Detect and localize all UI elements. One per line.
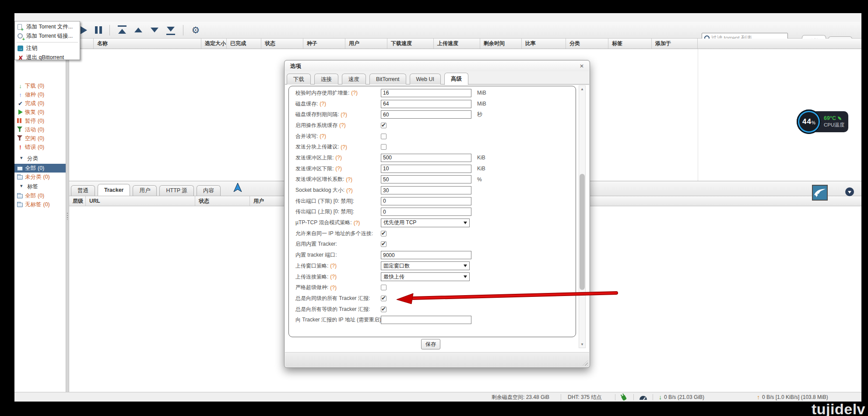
setting-checkbox[interactable] (381, 307, 387, 312)
setting-select[interactable]: 优先使用 TCP (381, 219, 470, 227)
torrent-column-header[interactable]: 选定大小 (201, 39, 227, 49)
tracker-column-header[interactable]: 层级 (69, 196, 86, 206)
sidebar-filter-item[interactable]: 做种 (0) (14, 90, 66, 99)
swallow-icon[interactable] (812, 185, 828, 201)
torrent-column-header[interactable]: 名称 (94, 39, 201, 49)
setting-input[interactable]: 60 (381, 110, 471, 119)
options-dialog-tab[interactable]: 下载 (287, 74, 311, 85)
setting-select[interactable]: 固定窗口数 (381, 261, 470, 270)
setting-help-link[interactable]: (?) (341, 112, 347, 118)
tracker-column-header[interactable]: URL (86, 196, 195, 206)
torrent-column-header[interactable]: 种子 (303, 39, 345, 49)
sidebar-filter-item[interactable]: 暂停 (0) (14, 116, 66, 125)
sidebar-filter-item[interactable]: 全部 (0) (14, 164, 66, 173)
file-menu-item[interactable]: 退出 qBittorrent (15, 53, 80, 62)
toolbar-button[interactable] (109, 25, 110, 35)
setting-help-link[interactable]: (?) (341, 144, 347, 150)
setting-help-link[interactable]: (?) (320, 101, 326, 107)
options-dialog-tab[interactable]: 连接 (314, 74, 338, 85)
setting-help-link[interactable]: (?) (351, 90, 358, 96)
options-dialog-tab[interactable]: 速度 (342, 74, 366, 85)
bottom-panel-tab[interactable]: 用户 (133, 185, 157, 196)
close-icon[interactable]: ✕ (580, 63, 584, 69)
toolbar-button[interactable] (166, 25, 176, 35)
save-button[interactable]: 保存 (421, 339, 440, 349)
bottom-panel-tab[interactable]: Tracker (98, 184, 130, 196)
setting-checkbox[interactable] (381, 123, 387, 128)
torrent-column-header[interactable]: 上传速度 (434, 39, 480, 49)
menubar-item[interactable] (36, 17, 44, 18)
speed-limits-gauge-icon[interactable] (640, 392, 647, 402)
menubar-item[interactable] (27, 17, 35, 18)
setting-input[interactable]: 9000 (381, 251, 471, 259)
setting-checkbox[interactable] (381, 134, 387, 139)
toolbar-button[interactable] (134, 25, 143, 35)
sidebar-filter-item[interactable]: 下载 (0) (14, 81, 66, 90)
setting-help-link[interactable]: (?) (335, 166, 342, 172)
options-dialog-tab[interactable]: Web UI (410, 74, 441, 85)
setting-input[interactable]: 16 (381, 89, 471, 97)
torrent-column-header[interactable]: 已完成 (227, 39, 261, 49)
sidebar-filter-item[interactable]: 活动 (0) (14, 125, 66, 134)
sidebar-filter-item[interactable]: 错误 (0) (14, 143, 66, 152)
tags-header[interactable]: 标签 (14, 182, 66, 191)
setting-help-link[interactable]: (?) (354, 220, 360, 226)
setting-checkbox[interactable] (381, 241, 387, 247)
setting-input[interactable] (381, 316, 471, 324)
setting-select[interactable]: 最快上传 (381, 272, 470, 281)
sidebar-filter-item[interactable]: 完成 (0) (14, 99, 66, 108)
bottom-panel-tab[interactable]: HTTP 源 (159, 185, 193, 196)
file-menu-item[interactable] (17, 42, 78, 42)
scrollbar-thumb[interactable] (580, 174, 585, 290)
options-dialog-tab[interactable]: BitTorrent (369, 74, 406, 85)
options-dialog-tab[interactable]: 高级 (444, 73, 468, 85)
sidebar-splitter[interactable] (66, 39, 69, 392)
setting-input[interactable]: 10 (381, 165, 471, 173)
setting-help-link[interactable]: (?) (335, 155, 342, 161)
torrent-column-header[interactable]: 标签 (608, 39, 652, 49)
torrent-column-header[interactable]: 添加于 (652, 39, 698, 49)
sidebar-filter-item[interactable]: 空闲 (0) (14, 134, 66, 143)
options-dialog-titlebar[interactable]: 选项 ✕ (285, 61, 589, 71)
toolbar-button[interactable] (183, 25, 183, 35)
bottom-panel-tab[interactable]: 内容 (197, 185, 221, 196)
file-menu-item[interactable]: 添加 Torrent 链接... (15, 32, 80, 41)
tracker-column-header[interactable]: 状态 (195, 196, 250, 206)
setting-help-link[interactable]: (?) (330, 263, 337, 269)
toolbar-button[interactable] (191, 25, 200, 35)
categories-header[interactable]: 分类 (14, 154, 66, 163)
toolbar-button[interactable] (117, 25, 127, 35)
setting-help-link[interactable]: (?) (346, 176, 352, 183)
setting-help-link[interactable]: (?) (330, 274, 337, 280)
menubar-item[interactable] (17, 17, 25, 18)
scroll-down-icon[interactable]: ▼ (579, 342, 585, 347)
menubar-item[interactable] (56, 17, 63, 18)
menubar-item[interactable] (46, 17, 54, 18)
toolbar-button[interactable] (150, 25, 159, 35)
chevron-down-icon[interactable] (845, 187, 854, 196)
setting-help-link[interactable]: (?) (320, 133, 326, 139)
file-menu-item[interactable]: 注销 (15, 44, 80, 53)
toolbar-button[interactable] (79, 25, 88, 35)
toolbar-button[interactable] (95, 26, 102, 34)
setting-checkbox[interactable] (381, 285, 387, 290)
sidebar-filter-item[interactable]: 未分类 (0) (14, 173, 66, 181)
setting-input[interactable]: 64 (381, 100, 471, 108)
setting-input[interactable]: 30 (381, 186, 471, 194)
setting-input[interactable]: 500 (381, 154, 471, 162)
setting-checkbox[interactable] (381, 296, 387, 301)
dialog-scrollbar[interactable]: ▲ ▼ (579, 85, 586, 348)
file-menu-item[interactable]: 添加 Torrent 文件... (15, 22, 80, 32)
setting-help-link[interactable]: (?) (339, 122, 346, 128)
torrent-column-header[interactable]: 比率 (522, 39, 566, 49)
setting-input[interactable]: 50 (381, 175, 471, 183)
setting-checkbox[interactable] (381, 144, 387, 150)
torrent-column-header[interactable]: 用户 (345, 39, 387, 49)
connection-status-icon[interactable] (622, 392, 626, 402)
torrent-column-header[interactable]: 状态 (261, 39, 303, 49)
torrent-column-header[interactable]: 剩余时间 (480, 39, 522, 49)
setting-help-link[interactable]: (?) (330, 285, 337, 291)
setting-help-link[interactable]: (?) (346, 187, 353, 194)
scroll-up-icon[interactable]: ▲ (579, 86, 585, 92)
setting-input[interactable]: 0 (381, 197, 471, 205)
